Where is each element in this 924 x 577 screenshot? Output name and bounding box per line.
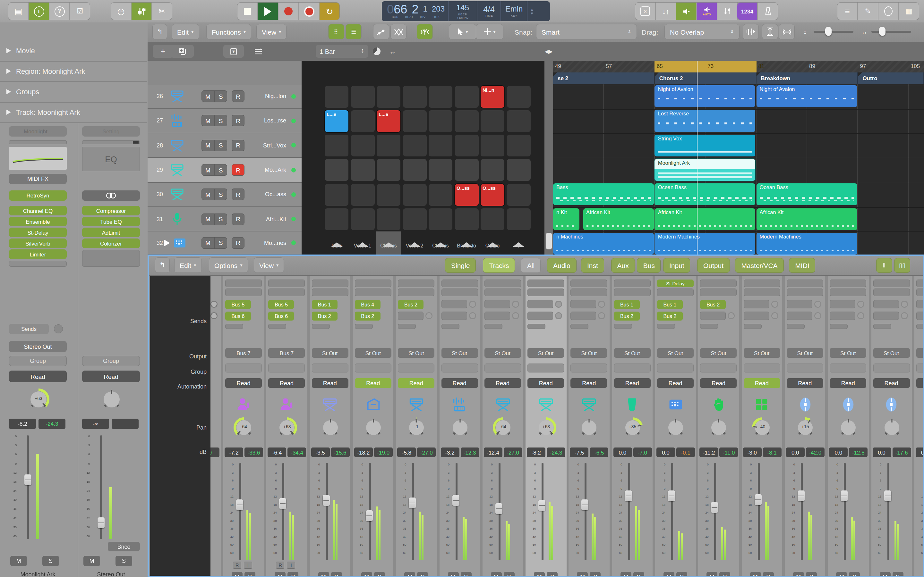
flex-icon[interactable] bbox=[391, 24, 406, 39]
solo-button[interactable]: S bbox=[762, 572, 774, 577]
track-row[interactable]: 30 M S R Oc...ass bbox=[148, 182, 302, 207]
auto-input-monitoring-icon[interactable]: AUTO bbox=[697, 3, 717, 20]
automation-icon[interactable] bbox=[373, 24, 389, 39]
channel-strip[interactable]: Bus 2St OutRead -11.2-11.003691218243036… bbox=[698, 276, 739, 577]
solo-button[interactable]: S bbox=[331, 572, 342, 577]
audio-fx-slot[interactable] bbox=[614, 279, 650, 287]
audio-fx-slot-empty[interactable] bbox=[225, 288, 262, 296]
automation-mode-button[interactable]: Read bbox=[614, 378, 650, 388]
send-slot-empty[interactable] bbox=[485, 300, 510, 308]
audio-fx-slot-empty[interactable] bbox=[571, 288, 607, 296]
send-level-knob[interactable] bbox=[383, 312, 389, 319]
inspector-section-2[interactable]: Groups bbox=[0, 81, 147, 103]
send-level-knob[interactable] bbox=[469, 301, 476, 308]
audio-fx-plugin[interactable]: Ensemble bbox=[9, 217, 67, 226]
send-level-knob[interactable] bbox=[512, 301, 519, 308]
send-slot-empty[interactable] bbox=[441, 300, 467, 308]
loop-browser-icon[interactable] bbox=[879, 3, 899, 20]
output-button[interactable]: St Out bbox=[743, 348, 780, 358]
group-slot[interactable] bbox=[743, 364, 780, 372]
send-level-knob[interactable] bbox=[296, 312, 303, 319]
audio-fx-slot-empty[interactable] bbox=[830, 288, 866, 296]
out-pan-knob[interactable] bbox=[100, 388, 123, 411]
audio-fx-plugin[interactable]: Channel EQ bbox=[9, 206, 67, 215]
volume-value[interactable]: -18.2 bbox=[354, 448, 373, 457]
send-slot-empty[interactable] bbox=[830, 311, 855, 320]
count-in-button[interactable]: 1234 bbox=[737, 3, 758, 20]
volume-value[interactable]: -6.4 bbox=[268, 448, 286, 457]
send-slot-empty[interactable] bbox=[916, 311, 924, 320]
divider-scroll-handle[interactable] bbox=[546, 233, 552, 250]
send-level-knob[interactable] bbox=[253, 312, 260, 319]
send-mini-slot[interactable] bbox=[312, 324, 330, 329]
add-track-button[interactable]: + bbox=[153, 45, 173, 58]
volume-value[interactable]: -8.2 bbox=[9, 419, 36, 429]
volume-fader[interactable] bbox=[798, 490, 804, 501]
region[interactable]: n Kit bbox=[553, 208, 580, 230]
group-slot[interactable] bbox=[873, 364, 909, 372]
group-slot[interactable] bbox=[527, 364, 564, 372]
out-audio-fx-plugin[interactable]: AdLimit bbox=[82, 227, 140, 237]
loop-cell[interactable] bbox=[481, 135, 504, 156]
send-mini-slot[interactable] bbox=[787, 324, 804, 329]
group-slot[interactable] bbox=[268, 364, 305, 372]
output-button[interactable]: Bus 7 bbox=[225, 348, 262, 358]
send-level-knob[interactable] bbox=[685, 301, 692, 308]
grid-divider-toggle-icon[interactable]: ◀▶ bbox=[539, 45, 558, 58]
loop-cell-region[interactable]: L...e bbox=[325, 110, 349, 132]
audio-fx-slot[interactable] bbox=[787, 279, 823, 287]
playhead[interactable] bbox=[696, 61, 697, 255]
group-slot[interactable]: Group bbox=[9, 356, 67, 366]
send-slot-button[interactable]: Bus 4 bbox=[355, 300, 381, 309]
output-button[interactable]: St Out bbox=[355, 348, 391, 358]
volume-fader[interactable] bbox=[538, 500, 545, 511]
send-slot-button[interactable]: Bus 1 bbox=[657, 300, 683, 309]
input-monitor-button[interactable]: I bbox=[287, 562, 296, 569]
mute-button[interactable]: M bbox=[577, 572, 588, 577]
expand-icon[interactable]: ↔ bbox=[383, 45, 403, 58]
send-level-knob[interactable] bbox=[598, 301, 606, 308]
mute-button[interactable]: M bbox=[447, 572, 459, 577]
send-mini-slot[interactable] bbox=[614, 324, 632, 329]
output-button[interactable]: St Out bbox=[571, 348, 607, 358]
arrangement-marker[interactable]: se 2 bbox=[553, 73, 655, 84]
volume-value[interactable]: 0.0 bbox=[656, 448, 675, 457]
group-slot[interactable] bbox=[225, 364, 262, 372]
group-slot[interactable] bbox=[312, 364, 348, 372]
automation-mode-button[interactable]: Read bbox=[225, 378, 262, 388]
send-level-knob[interactable] bbox=[857, 301, 864, 308]
automation-mode-button[interactable]: Read bbox=[873, 378, 909, 388]
loop-cell[interactable] bbox=[455, 135, 478, 156]
out-mute-button[interactable]: M bbox=[83, 556, 100, 566]
send-level-knob[interactable] bbox=[814, 312, 821, 319]
group-slot[interactable] bbox=[657, 364, 694, 372]
pan-knob[interactable]: +15 bbox=[795, 417, 816, 438]
volume-value[interactable]: -12.4 bbox=[484, 448, 502, 457]
loop-cell[interactable] bbox=[455, 159, 478, 181]
out-volume-value[interactable]: -∞ bbox=[82, 419, 109, 429]
channel-strip[interactable]: Bus 4Bus 2St OutRead -18.2-19.0036912182… bbox=[353, 276, 394, 577]
volume-fader[interactable] bbox=[409, 498, 416, 508]
loop-cell[interactable] bbox=[403, 159, 426, 181]
audio-fx-slot-empty[interactable] bbox=[485, 288, 521, 296]
output-button[interactable]: St Out bbox=[830, 348, 866, 358]
group-slot[interactable] bbox=[916, 364, 924, 372]
eq-thumbnail[interactable] bbox=[9, 147, 67, 170]
track-mute-button[interactable]: M bbox=[202, 237, 214, 248]
arrangement-marker[interactable]: Outro bbox=[858, 73, 924, 84]
automation-mode-button[interactable]: Read bbox=[485, 378, 521, 388]
scene-trigger[interactable]: Chorus bbox=[376, 231, 401, 255]
loop-cell[interactable] bbox=[325, 159, 349, 181]
track-name[interactable]: Mo...Ark bbox=[225, 158, 286, 182]
loop-cell[interactable] bbox=[429, 135, 452, 156]
snap-select[interactable]: Smart⇕ bbox=[536, 24, 636, 39]
send-slot-empty[interactable] bbox=[787, 300, 813, 308]
automation-mode-button[interactable]: Read bbox=[355, 378, 391, 388]
loop-cell[interactable] bbox=[351, 135, 375, 156]
audio-fx-slot-empty[interactable] bbox=[441, 288, 478, 296]
peak-value[interactable]: -11.0 bbox=[720, 448, 738, 457]
loop-cell[interactable] bbox=[325, 208, 349, 230]
pan-knob[interactable] bbox=[881, 417, 903, 438]
send-mini-slot[interactable] bbox=[916, 324, 924, 329]
mute-button[interactable]: M bbox=[664, 572, 674, 577]
